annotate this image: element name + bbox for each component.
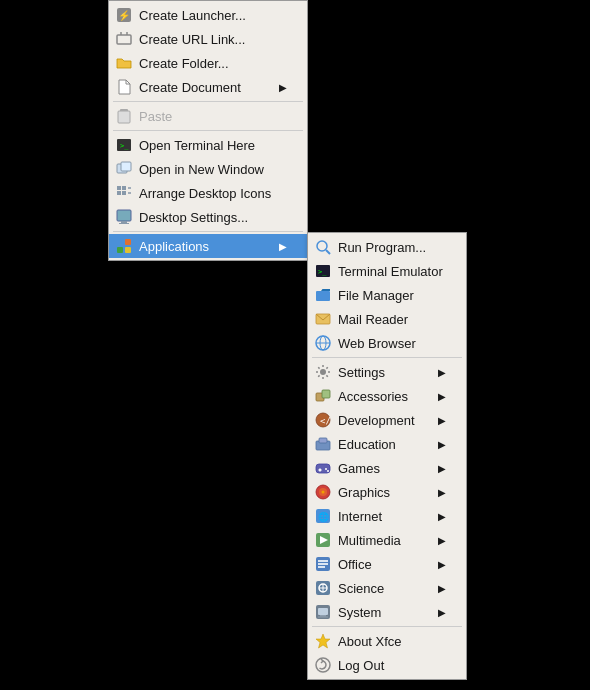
- svg-rect-22: [117, 247, 123, 253]
- menu-item-desktop-settings[interactable]: Desktop Settings...: [109, 205, 307, 229]
- svg-rect-19: [119, 223, 129, 224]
- svg-rect-20: [117, 239, 123, 245]
- menu-item-create-folder[interactable]: Create Folder...: [109, 51, 307, 75]
- submenu-games[interactable]: Games ▶: [308, 456, 466, 480]
- desktop-settings-label: Desktop Settings...: [139, 210, 287, 225]
- svg-rect-10: [121, 162, 131, 171]
- submenu-web-browser[interactable]: Web Browser: [308, 331, 466, 355]
- svg-point-24: [317, 241, 327, 251]
- games-icon: [314, 459, 332, 477]
- games-label: Games: [338, 461, 428, 476]
- submenu-development[interactable]: </> Development ▶: [308, 408, 466, 432]
- system-icon: [314, 603, 332, 621]
- applications-submenu: Run Program... >_ Terminal Emulator File…: [307, 232, 467, 680]
- submenu-science[interactable]: Science ▶: [308, 576, 466, 600]
- education-arrow: ▶: [438, 439, 446, 450]
- accessories-label: Accessories: [338, 389, 428, 404]
- menu-item-paste: Paste: [109, 104, 307, 128]
- apps-sep-1: [312, 357, 462, 358]
- svg-rect-6: [118, 111, 130, 123]
- svg-rect-13: [117, 191, 121, 195]
- terminal-emulator-icon: >_: [314, 262, 332, 280]
- settings-icon: [314, 363, 332, 381]
- science-icon: [314, 579, 332, 597]
- log-out-icon: [314, 656, 332, 674]
- run-program-label: Run Program...: [338, 240, 446, 255]
- submenu-terminal-emulator[interactable]: >_ Terminal Emulator: [308, 259, 466, 283]
- svg-rect-23: [125, 247, 131, 253]
- create-document-icon: [115, 78, 133, 96]
- games-arrow: ▶: [438, 463, 446, 474]
- svg-rect-62: [320, 615, 326, 617]
- submenu-multimedia[interactable]: Multimedia ▶: [308, 528, 466, 552]
- menu-item-applications[interactable]: Applications ▶ Run Program... >_ Termina…: [109, 234, 307, 258]
- science-arrow: ▶: [438, 583, 446, 594]
- create-folder-label: Create Folder...: [139, 56, 287, 71]
- context-menu: ⚡ Create Launcher... Create URL Link... …: [108, 0, 308, 261]
- apps-sep-2: [312, 626, 462, 627]
- submenu-office[interactable]: Office ▶: [308, 552, 466, 576]
- open-terminal-icon: >_: [115, 136, 133, 154]
- menu-item-arrange-icons[interactable]: Arrange Desktop Icons: [109, 181, 307, 205]
- svg-point-33: [320, 369, 326, 375]
- submenu-system[interactable]: System ▶: [308, 600, 466, 624]
- svg-line-25: [326, 250, 330, 254]
- development-arrow: ▶: [438, 415, 446, 426]
- separator-1: [113, 101, 303, 102]
- open-new-window-icon: [115, 160, 133, 178]
- development-label: Development: [338, 413, 428, 428]
- submenu-file-manager[interactable]: File Manager: [308, 283, 466, 307]
- system-arrow: ▶: [438, 607, 446, 618]
- svg-text:⚡: ⚡: [118, 9, 131, 22]
- open-terminal-label: Open Terminal Here: [139, 138, 287, 153]
- submenu-log-out[interactable]: Log Out: [308, 653, 466, 677]
- svg-rect-55: [318, 566, 325, 568]
- log-out-label: Log Out: [338, 658, 446, 673]
- svg-rect-35: [322, 390, 330, 398]
- graphics-arrow: ▶: [438, 487, 446, 498]
- internet-icon: 🌐: [314, 507, 332, 525]
- svg-rect-39: [319, 438, 327, 443]
- submenu-mail-reader[interactable]: Mail Reader: [308, 307, 466, 331]
- svg-text:🌐: 🌐: [318, 511, 330, 523]
- submenu-education[interactable]: Education ▶: [308, 432, 466, 456]
- submenu-settings[interactable]: Settings ▶: [308, 360, 466, 384]
- svg-text:>_: >_: [318, 268, 327, 276]
- paste-label: Paste: [139, 109, 287, 124]
- menu-item-create-url[interactable]: Create URL Link...: [109, 27, 307, 51]
- separator-3: [113, 231, 303, 232]
- menu-item-create-document[interactable]: Create Document ▶: [109, 75, 307, 99]
- create-document-label: Create Document: [139, 80, 269, 95]
- open-new-window-label: Open in New Window: [139, 162, 287, 177]
- web-browser-icon: [314, 334, 332, 352]
- office-icon: [314, 555, 332, 573]
- about-xfce-label: About Xfce: [338, 634, 446, 649]
- svg-rect-28: [316, 291, 330, 301]
- mail-reader-icon: [314, 310, 332, 328]
- svg-rect-61: [318, 608, 328, 615]
- graphics-label: Graphics: [338, 485, 428, 500]
- submenu-accessories[interactable]: Accessories ▶: [308, 384, 466, 408]
- web-browser-label: Web Browser: [338, 336, 446, 351]
- svg-point-44: [327, 470, 329, 472]
- svg-rect-63: [318, 617, 328, 618]
- multimedia-icon: [314, 531, 332, 549]
- menu-item-open-terminal[interactable]: >_ Open Terminal Here: [109, 133, 307, 157]
- internet-label: Internet: [338, 509, 428, 524]
- svg-rect-53: [318, 560, 328, 562]
- svg-rect-12: [122, 186, 126, 190]
- submenu-about-xfce[interactable]: About Xfce: [308, 629, 466, 653]
- submenu-internet[interactable]: 🌐 Internet ▶: [308, 504, 466, 528]
- about-xfce-icon: [314, 632, 332, 650]
- education-label: Education: [338, 437, 428, 452]
- submenu-run-program[interactable]: Run Program...: [308, 235, 466, 259]
- svg-point-43: [325, 468, 327, 470]
- svg-point-47: [322, 491, 325, 494]
- svg-rect-14: [122, 191, 126, 195]
- mail-reader-label: Mail Reader: [338, 312, 446, 327]
- menu-item-create-launcher[interactable]: ⚡ Create Launcher...: [109, 3, 307, 27]
- submenu-graphics[interactable]: Graphics ▶: [308, 480, 466, 504]
- svg-text:</>: </>: [320, 416, 331, 426]
- menu-item-open-new-window[interactable]: Open in New Window: [109, 157, 307, 181]
- paste-icon: [115, 107, 133, 125]
